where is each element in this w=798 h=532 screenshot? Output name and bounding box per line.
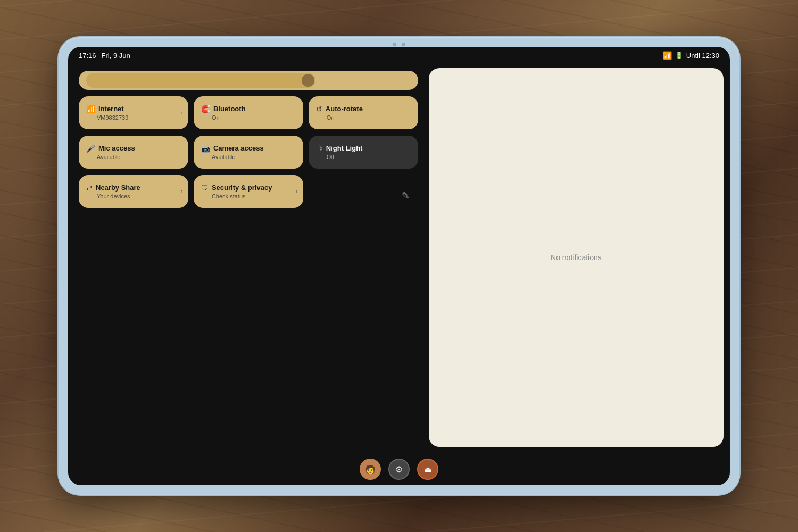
tile-camera-header: 📷 Camera access xyxy=(201,144,296,153)
tile-auto-rotate-header: ↺ Auto-rotate xyxy=(316,105,411,113)
battery-status: Until 12:30 xyxy=(686,52,719,60)
tile-security[interactable]: 🛡 Security & privacy Check status › xyxy=(194,175,303,208)
tablet: 17:16 Fri, 9 Jun 📶 🔋 Until 12:30 xyxy=(59,37,739,495)
tile-bluetooth-subtitle: On xyxy=(201,114,296,121)
wifi-icon: 📶 xyxy=(86,105,95,113)
tile-security-subtitle: Check status xyxy=(201,193,296,200)
tile-nearby-share-title: Nearby Share xyxy=(96,184,140,192)
tile-auto-rotate[interactable]: ↺ Auto-rotate On xyxy=(309,96,418,129)
tile-camera-title: Camera access xyxy=(213,144,264,153)
status-bar: 17:16 Fri, 9 Jun 📶 🔋 Until 12:30 xyxy=(68,47,730,63)
tile-camera-access[interactable]: 📷 Camera access Available xyxy=(194,136,303,169)
power-button[interactable]: ⏏ xyxy=(417,459,438,480)
clock: 17:16 xyxy=(79,52,96,60)
tile-bluetooth-title: Bluetooth xyxy=(213,105,246,113)
tile-bluetooth[interactable]: 🧲 Bluetooth On xyxy=(194,96,303,129)
tile-internet-arrow: › xyxy=(181,109,183,117)
tablet-top-bar xyxy=(393,43,405,46)
no-notifications-label: No notifications xyxy=(551,253,602,262)
tile-security-header: 🛡 Security & privacy xyxy=(201,184,296,192)
tile-nearby-share-subtitle: Your devices xyxy=(86,193,181,200)
date: Fri, 9 Jun xyxy=(102,52,130,60)
brightness-fill xyxy=(86,73,313,88)
tile-internet-title: Internet xyxy=(98,105,124,113)
tile-camera-subtitle: Available xyxy=(201,154,296,160)
tiles-grid-row3: ⇄ Nearby Share Your devices › 🛡 Security… xyxy=(79,175,418,208)
rotate-icon: ↺ xyxy=(316,105,322,113)
brightness-handle[interactable] xyxy=(301,73,315,88)
wifi-status-icon: 📶 xyxy=(663,51,672,60)
power-icon: ⏏ xyxy=(424,464,432,475)
battery-icon: 🔋 xyxy=(675,52,683,59)
tile-auto-rotate-title: Auto-rotate xyxy=(326,105,363,113)
tile-nearby-share-arrow: › xyxy=(181,188,183,195)
tile-internet-header: 📶 Internet xyxy=(86,105,181,113)
tile-mic-title: Mic access xyxy=(98,144,135,153)
user-button[interactable]: 🧑 xyxy=(360,459,381,480)
tiles-grid-row1: 📶 Internet VM9832739 › 🧲 Bluetooth On xyxy=(79,96,418,129)
shield-icon: 🛡 xyxy=(201,184,209,192)
main-content: 📶 Internet VM9832739 › 🧲 Bluetooth On xyxy=(68,63,730,452)
brightness-slider[interactable] xyxy=(79,71,418,90)
screen: 17:16 Fri, 9 Jun 📶 🔋 Until 12:30 xyxy=(68,47,730,485)
notifications-panel: No notifications xyxy=(429,68,724,447)
tile-auto-rotate-subtitle: On xyxy=(316,114,411,121)
nearby-share-icon: ⇄ xyxy=(86,184,93,192)
tile-bluetooth-header: 🧲 Bluetooth xyxy=(201,105,296,113)
tile-night-light-header: ☽ Night Light xyxy=(316,144,411,153)
tile-night-light[interactable]: ☽ Night Light Off xyxy=(309,136,418,169)
tile-mic-header: 🎤 Mic access xyxy=(86,144,181,153)
mic-icon: 🎤 xyxy=(86,144,95,153)
user-icon: 🧑 xyxy=(365,464,376,475)
tile-internet-subtitle: VM9832739 xyxy=(86,114,181,121)
camera-lens xyxy=(402,43,405,46)
camera-sensor xyxy=(393,43,396,46)
settings-button[interactable]: ⚙ xyxy=(388,459,410,480)
tile-night-light-subtitle: Off xyxy=(316,154,411,160)
tile-mic-access[interactable]: 🎤 Mic access Available xyxy=(79,136,188,169)
tile-nearby-share[interactable]: ⇄ Nearby Share Your devices › xyxy=(79,175,188,208)
tile-security-title: Security & privacy xyxy=(212,184,272,192)
moon-icon: ☽ xyxy=(316,144,323,153)
bluetooth-icon: 🧲 xyxy=(201,105,210,113)
tile-night-light-title: Night Light xyxy=(326,144,363,153)
settings-icon: ⚙ xyxy=(395,464,403,475)
tiles-grid-row2: 🎤 Mic access Available 📷 Camera access A… xyxy=(79,136,418,169)
tile-security-arrow: › xyxy=(296,188,298,195)
bottom-bar: 🧑 ⚙ ⏏ xyxy=(68,452,730,485)
edit-button[interactable]: ✎ xyxy=(397,188,414,204)
brightness-row xyxy=(79,71,418,90)
tile-internet[interactable]: 📶 Internet VM9832739 › xyxy=(79,96,188,129)
quick-settings-panel: 📶 Internet VM9832739 › 🧲 Bluetooth On xyxy=(68,63,429,452)
tile-mic-subtitle: Available xyxy=(86,154,181,160)
camera-icon: 📷 xyxy=(201,144,210,153)
tile-nearby-share-header: ⇄ Nearby Share xyxy=(86,184,181,192)
status-right: 📶 🔋 Until 12:30 xyxy=(663,51,719,60)
status-left: 17:16 Fri, 9 Jun xyxy=(79,52,130,60)
edit-area: ✎ xyxy=(309,175,418,208)
